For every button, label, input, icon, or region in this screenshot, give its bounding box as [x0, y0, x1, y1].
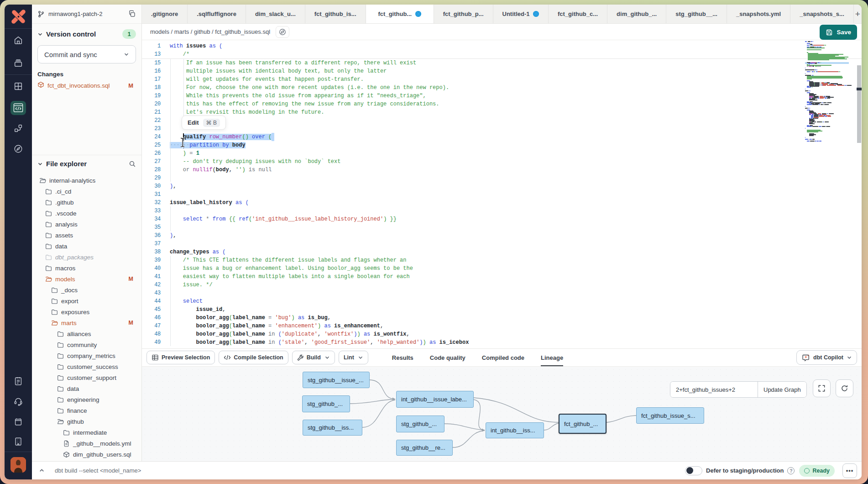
code-line[interactable]: 27 -- don't try deduping issues with no …	[142, 158, 862, 166]
rail-develop-icon[interactable]	[5, 98, 32, 118]
user-avatar[interactable]	[10, 457, 26, 473]
ready-status-badge[interactable]: Ready	[799, 465, 835, 477]
tab-results[interactable]: Results	[384, 349, 422, 366]
code-line[interactable]: 34 select * from {{ ref('int_github__iss…	[142, 215, 862, 223]
lineage-node[interactable]: fct_github_issue_s...	[636, 407, 704, 424]
rail-support-icon[interactable]	[5, 391, 32, 411]
code-line[interactable]: 28 or nullif(body, '') is null	[142, 166, 862, 174]
rail-environments-icon[interactable]	[5, 52, 32, 74]
rail-organization-icon[interactable]	[5, 431, 32, 452]
tab-sqlfluffignore[interactable]: .sqlfluffignore	[188, 5, 246, 23]
tree-item[interactable]: assets	[37, 230, 136, 241]
tab-Untitled-1[interactable]: Untitled-1	[493, 5, 549, 23]
defer-toggle[interactable]	[685, 466, 702, 475]
tree-item[interactable]: data	[37, 241, 136, 252]
changed-file-row[interactable]: fct_dbt_invocations.sql M	[37, 81, 136, 89]
tree-item[interactable]: intermediate	[37, 427, 136, 438]
lint-button[interactable]: Lint	[339, 351, 368, 364]
lineage-search-input[interactable]	[670, 382, 758, 397]
tree-item[interactable]: export	[37, 295, 136, 306]
preview-selection-button[interactable]: Preview Selection	[146, 351, 215, 364]
commit-and-sync-dropdown[interactable]: Commit and sync	[37, 45, 136, 63]
expand-caret-icon[interactable]	[36, 465, 47, 477]
new-tab-button[interactable]: +	[854, 5, 862, 23]
rail-explore-icon[interactable]	[5, 139, 32, 159]
tree-item[interactable]: finance	[37, 405, 136, 416]
lineage-node[interactable]: stg_github_...	[302, 395, 350, 412]
code-line[interactable]: 44 select	[142, 297, 862, 305]
scrollbar-thumb[interactable]	[857, 65, 861, 143]
code-line[interactable]: 33	[142, 207, 862, 215]
tree-item[interactable]: martsM	[37, 317, 136, 328]
code-line[interactable]: 45 issue_id,	[142, 305, 862, 314]
tree-item[interactable]: internal-analytics	[37, 175, 136, 186]
code-line[interactable]: 41 easiest way to flatten multiple label…	[142, 273, 862, 281]
version-control-header[interactable]: Version control 1	[37, 29, 136, 39]
tree-item[interactable]: .github	[37, 197, 136, 208]
lineage-node[interactable]: stg_github_...	[396, 416, 444, 432]
code-line[interactable]: 30),	[142, 182, 862, 190]
tree-item[interactable]: data	[37, 383, 136, 394]
tree-item[interactable]: .vscode	[37, 208, 136, 219]
editor-scrollbar[interactable]	[857, 40, 862, 348]
code-line[interactable]: 32issue_label_history as (	[142, 199, 862, 207]
tree-item[interactable]: customer_success	[37, 361, 136, 372]
rail-projects-icon[interactable]	[5, 75, 32, 98]
dbt-logo-icon[interactable]	[5, 5, 32, 28]
tab-fct-github-c[interactable]: fct_github_c...	[549, 5, 607, 23]
edit-popup[interactable]: Edit ⌘ B	[182, 116, 226, 130]
tree-item[interactable]: dbt_packages	[37, 252, 136, 263]
code-line[interactable]: 46 boolor_agg(label_name = 'bug') as is_…	[142, 314, 862, 322]
help-icon[interactable]: ?	[787, 467, 795, 474]
save-button[interactable]: Save	[820, 25, 857, 40]
tab-fct-github-is[interactable]: fct_github_is...	[305, 5, 366, 23]
code-line[interactable]: 19 While this prevents the old issue fro…	[142, 92, 862, 100]
tree-item[interactable]: alliances	[37, 328, 136, 339]
code-line[interactable]: 47 boolor_agg(label_name = 'enhancement'…	[142, 322, 862, 330]
file-info-icon[interactable]	[276, 26, 289, 38]
rail-notifications-icon[interactable]	[5, 411, 32, 431]
code-line[interactable]: 31	[142, 190, 862, 199]
code-line[interactable]: 42 issue. */	[142, 281, 862, 289]
rail-docs-icon[interactable]	[5, 371, 32, 391]
tree-item[interactable]: company_metrics	[37, 350, 136, 361]
code-line[interactable]: 16 multiple issues with identical body t…	[142, 67, 862, 75]
tab--snapshots-s[interactable]: _snapshots_s...	[790, 5, 854, 23]
lineage-node[interactable]: int_github__issue_labe...	[396, 391, 474, 408]
lineage-node[interactable]: fct_github_...	[559, 414, 607, 434]
tree-item[interactable]: engineering	[37, 394, 136, 405]
lineage-node[interactable]: stg_github__re...	[396, 440, 453, 456]
tree-item[interactable]: github	[37, 416, 136, 427]
code-line[interactable]: 25······partition by body	[142, 141, 862, 149]
lineage-node[interactable]: int_github__iss...	[486, 422, 544, 438]
copy-branch-icon[interactable]	[128, 10, 136, 18]
code-line[interactable]: 23	[142, 125, 862, 133]
code-line[interactable]: 22	[142, 116, 862, 125]
code-line[interactable]: 29	[142, 174, 862, 182]
tree-item[interactable]: macros	[37, 263, 136, 274]
code-line[interactable]: 1with issues as (	[142, 42, 862, 50]
code-line[interactable]: 36),	[142, 231, 862, 240]
fullscreen-button[interactable]	[813, 379, 831, 397]
code-line[interactable]: 40 issue has a bug or enhancement label.…	[142, 264, 862, 273]
rail-home-icon[interactable]	[5, 29, 32, 52]
tab-fct-github[interactable]: fct_github...	[366, 5, 434, 24]
code-line[interactable]: 15 If an issue has been transferred to a…	[142, 59, 862, 67]
code-line[interactable]: 13 /*	[142, 50, 862, 59]
code-line[interactable]: 49 boolor_agg(label_name in ('stale', 'g…	[142, 338, 862, 347]
compile-selection-button[interactable]: Compile Selection	[219, 351, 288, 364]
tree-item[interactable]: _github__models.yml	[37, 438, 136, 449]
tab-lineage[interactable]: Lineage	[533, 349, 571, 366]
more-options-button[interactable]: •••	[842, 463, 857, 478]
code-line[interactable]: 39 /* This CTE flattens the different is…	[142, 256, 862, 264]
code-line[interactable]: 37	[142, 240, 862, 248]
refresh-graph-button[interactable]	[836, 379, 853, 397]
rail-branch-icon[interactable]	[5, 118, 32, 139]
code-line[interactable]: 35	[142, 223, 862, 231]
lineage-node[interactable]: stg_github__issue_...	[303, 372, 370, 388]
code-line[interactable]: 17 will get updates for events that happ…	[142, 75, 862, 84]
lineage-node[interactable]: stg_github__iss...	[303, 420, 362, 436]
tab-stg-github--[interactable]: stg_github__...	[666, 5, 727, 23]
tree-item[interactable]: community	[37, 339, 136, 350]
tree-item[interactable]: dim_github_users.sql	[37, 449, 136, 460]
